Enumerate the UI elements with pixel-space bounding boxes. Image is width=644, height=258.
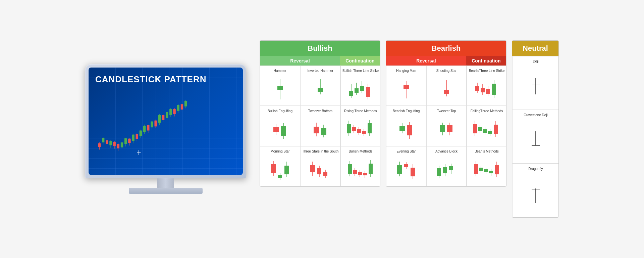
- svg-rect-1: [98, 143, 101, 147]
- pattern-cell-bullish-methods: Bullish Methods: [340, 146, 380, 186]
- pattern-cell-bearlish-engulfing: Bearlish Engulfing: [386, 106, 426, 146]
- bullish-three-line-strike-svg: [347, 78, 374, 101]
- inverted-hammer-svg: [315, 78, 325, 101]
- svg-rect-159: [475, 86, 479, 91]
- bullish-engulfing-label: Bullish Engulfing: [268, 109, 292, 113]
- svg-rect-25: [128, 139, 130, 143]
- bearlish-table: Bearlish Reversal Continuation Hanging M…: [386, 40, 506, 187]
- bearlish-engulfing-label: Bearlish Engulfing: [393, 109, 420, 113]
- bullish-continuation-header: Continuation: [340, 56, 380, 66]
- evening-star-visual: [395, 156, 417, 183]
- bullish-three-line-strike-label: Bullish Three Line Strike: [342, 69, 379, 73]
- svg-rect-183: [473, 124, 477, 133]
- doji-visual: [529, 66, 542, 107]
- svg-rect-219: [479, 168, 483, 171]
- bullish-methods-visual: [346, 156, 375, 183]
- rising-three-methods-label: Rising Three Methods: [344, 109, 377, 113]
- svg-rect-180: [447, 125, 452, 132]
- falling-three-methods-label: FallingThree Methods: [471, 109, 503, 113]
- svg-rect-34: [140, 131, 142, 136]
- monitor-screen: CANDLESTICK PATTERN: [89, 68, 243, 175]
- svg-rect-150: [369, 164, 373, 174]
- advance-block-visual: [436, 156, 458, 183]
- bullish-methods-svg: [346, 158, 375, 182]
- rising-three-methods-svg: [345, 118, 376, 141]
- monitor-body: CANDLESTICK PATTERN: [85, 64, 246, 178]
- bearlis-methods-label: Bearlis Methods: [475, 149, 499, 154]
- svg-rect-31: [136, 134, 138, 139]
- gravestone-doji-label: Gravestone Doji: [524, 113, 548, 117]
- svg-rect-114: [362, 131, 366, 134]
- svg-rect-153: [404, 85, 409, 89]
- svg-rect-43: [151, 122, 153, 128]
- svg-rect-135: [323, 172, 327, 176]
- bearlish-header: Bearlish: [386, 41, 506, 56]
- tweezer-bottom-visual: [310, 116, 330, 143]
- bearlish-sub-headers: Reversal Continuation: [386, 56, 506, 66]
- bullish-three-line-strike-visual: [347, 76, 374, 103]
- svg-rect-189: [483, 129, 487, 133]
- svg-rect-162: [481, 88, 485, 92]
- svg-rect-204: [411, 168, 415, 176]
- tweezer-bottom-label: Tweezer Bottom: [308, 109, 332, 113]
- svg-rect-87: [360, 86, 364, 91]
- pattern-cell-bullish-engulfing: Bullish Engulfing: [260, 106, 300, 146]
- pattern-cell-inverted-hammer: Inverted Hammer: [300, 66, 340, 106]
- svg-rect-198: [397, 165, 402, 174]
- svg-rect-70: [184, 101, 187, 106]
- svg-rect-120: [271, 164, 276, 173]
- dragonfly-svg: [529, 182, 542, 206]
- svg-rect-40: [147, 125, 149, 131]
- bearlis-three-line-strike-visual: [473, 76, 500, 103]
- pattern-cell-dragonfly: Dragonfly: [512, 164, 559, 217]
- hanging-man-svg: [401, 78, 411, 101]
- monitor-neck: [157, 178, 174, 188]
- dragonfly-visual: [529, 174, 542, 214]
- pattern-cell-shooting-star: Shooting Star: [426, 66, 467, 106]
- dragonfly-label: Dragonfly: [529, 167, 543, 171]
- evening-star-label: Evening Star: [396, 149, 416, 154]
- evening-star-svg: [395, 158, 417, 182]
- svg-rect-105: [347, 124, 351, 133]
- svg-rect-168: [492, 84, 496, 95]
- svg-rect-123: [278, 175, 282, 178]
- svg-rect-141: [353, 170, 357, 174]
- svg-rect-192: [488, 131, 492, 134]
- svg-rect-201: [404, 164, 408, 167]
- svg-rect-99: [314, 127, 319, 133]
- bearlis-three-line-strike-svg: [473, 78, 500, 101]
- bearlish-engulfing-svg: [396, 118, 416, 141]
- svg-rect-129: [310, 165, 315, 172]
- tweezer-top-svg: [436, 118, 457, 141]
- pattern-cell-rising-three-methods: Rising Three Methods: [340, 106, 380, 146]
- bullish-table: Bullish Reversal Continuation Hammer: [260, 40, 380, 187]
- morning-star-label: Morning Star: [270, 149, 289, 154]
- rising-three-methods-visual: [345, 116, 376, 143]
- svg-rect-195: [494, 125, 498, 134]
- svg-rect-144: [358, 172, 362, 175]
- gravestone-doji-svg: [529, 129, 542, 152]
- pattern-cell-bearlis-three-line-strike: BearlisThree Line Strike: [467, 66, 506, 106]
- svg-rect-4: [102, 138, 104, 142]
- svg-rect-55: [166, 112, 168, 118]
- falling-three-methods-svg: [472, 118, 502, 141]
- chart-area: [95, 88, 236, 162]
- bullish-reversal-header: Reversal: [260, 56, 340, 66]
- shooting-star-svg: [441, 78, 451, 101]
- svg-rect-52: [162, 115, 164, 120]
- hanging-man-visual: [401, 76, 411, 103]
- svg-rect-138: [348, 164, 352, 174]
- bullish-header: Bullish: [260, 41, 380, 56]
- monitor-base: [129, 188, 203, 194]
- svg-rect-58: [169, 109, 172, 115]
- bearlish-reversal-header: Reversal: [386, 56, 466, 66]
- morning-star-visual: [269, 156, 291, 183]
- pattern-cell-advance-block: Advance Block: [426, 146, 467, 186]
- hammer-label: Hammer: [274, 69, 286, 73]
- svg-rect-13: [113, 142, 115, 146]
- screen-title: CANDLESTICK PATTERN: [95, 74, 236, 85]
- gravestone-doji-visual: [529, 120, 542, 161]
- svg-rect-37: [143, 126, 146, 132]
- advance-block-label: Advance Block: [435, 149, 458, 154]
- svg-rect-186: [478, 127, 482, 131]
